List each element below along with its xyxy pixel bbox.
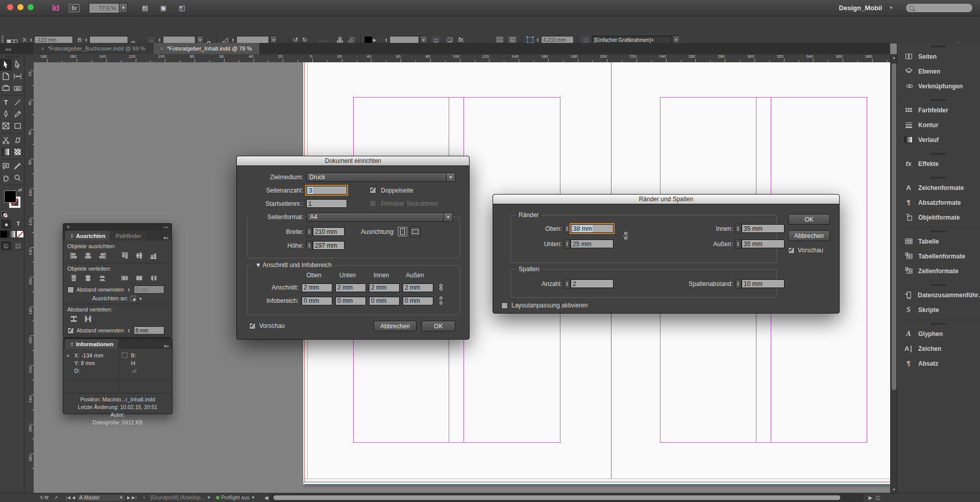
slug-top-field[interactable]: 0 mm [302,297,332,305]
arrange-documents-button[interactable]: ◫▼ [179,6,183,10]
eyedropper-tool[interactable] [12,160,23,172]
rotate-cw-icon[interactable]: ↻ [302,36,307,43]
doc-height-field[interactable]: 297 mm [313,241,345,250]
default-fill-stroke-icon[interactable] [2,211,7,217]
ok-button[interactable]: OK [422,321,455,331]
dock-group-handle[interactable] [931,99,946,101]
preview-checkbox[interactable] [249,323,256,329]
horizontal-scrollbar[interactable] [270,494,863,501]
line-tool[interactable] [12,97,23,108]
previous-page-icon[interactable]: ◀ [72,495,75,500]
dock-item-links[interactable]: Verknüpfungen [897,79,980,93]
preview-checkbox[interactable] [788,247,795,254]
dock-item-pages[interactable]: Seiten [897,49,980,64]
gutter-field[interactable]: 10 mm [742,279,785,288]
align-bottom-button[interactable] [147,251,159,260]
scissors-tool[interactable] [0,134,12,146]
share-icon[interactable]: ↗ [54,495,58,500]
slug-inside-field[interactable]: 0 mm [369,297,400,305]
hand-tool[interactable] [0,172,12,184]
uniform-margins-icon[interactable] [622,230,629,241]
close-panel-icon[interactable]: ✕ [66,225,70,230]
preflight-clock-icon[interactable]: ◔ [142,495,145,500]
content-placer-tool[interactable] [12,82,23,94]
pen-tool[interactable] [0,108,12,120]
tab-pathfinder[interactable]: Pathfinder [111,231,145,241]
formatting-affects-text-button[interactable]: T [14,220,23,228]
margin-bottom-field[interactable]: 25 mm [571,240,614,248]
margin-outside-stepper[interactable]: ▲▼ [735,239,741,249]
apply-gradient-button[interactable] [8,230,16,238]
bleed-top-field[interactable]: 2 mm [302,283,332,292]
bleed-outside-field[interactable]: 2 mm [403,283,433,292]
dock-item-layers[interactable]: Ebenen [897,64,980,79]
dialog-title[interactable]: Ränder und Spalten [493,195,839,204]
document-tab[interactable]: ×*Fotoratgeber_Buchcover.indd @ 69 % [34,43,153,54]
align-top-button[interactable] [118,251,131,260]
start-page-field[interactable]: 1 [306,199,347,208]
margin-bottom-stepper[interactable]: ▲▼ [564,239,570,249]
dock-group-handle[interactable] [931,153,946,155]
distribute-left-button[interactable] [118,273,131,283]
horizontal-ruler[interactable]: 1801601401201008060402002040608010012014… [24,54,890,63]
gradient-feather-tool[interactable] [12,146,23,158]
height-stepper[interactable]: ▲▼ [306,241,312,250]
bleed-bottom-field[interactable]: 2 mm [335,283,366,292]
panel-menu-icon[interactable]: ▾≡ [163,235,172,241]
minimize-window-icon[interactable] [17,4,23,10]
distribute-top-button[interactable] [67,273,80,283]
rectangle-tool[interactable] [12,120,23,132]
align-center-vertical-button[interactable] [133,251,145,260]
distribute-center-horizontal-button[interactable] [133,273,145,283]
dock-group-handle[interactable] [931,230,946,232]
close-tab-icon[interactable]: × [160,45,163,52]
dock-item-character[interactable]: A∣Zeichen [897,341,980,356]
uniform-slug-icon[interactable] [437,295,445,306]
spacing2-field[interactable]: 8 mm [134,326,164,334]
dock-group-handle[interactable] [931,323,946,325]
cancel-button[interactable]: Abbrechen [374,321,416,331]
note-tool[interactable] [0,160,12,172]
sync-settings-icon[interactable]: ↻⚒ [40,495,48,500]
width-stepper[interactable]: ▲▼ [306,227,312,236]
zoom-tool[interactable] [12,172,23,184]
intent-dropdown[interactable]: Druck▼ [306,173,455,182]
vertical-scroll-thumb[interactable] [892,63,896,390]
column-count-stepper[interactable]: ▲▼ [564,279,570,289]
spacing-field[interactable]: 0 mm [134,285,164,294]
doc-width-field[interactable]: 210 mm [313,227,345,236]
cancel-button[interactable]: Abbrechen [788,230,830,241]
spacing2-stepper[interactable]: ▲▼ [127,326,131,334]
margin-top-field[interactable]: 38 mm [571,224,614,233]
scroll-left-icon[interactable]: ◀ [264,495,268,500]
dock-item-scripts[interactable]: SSkripte [897,302,980,317]
selection-tool[interactable] [0,59,12,70]
swap-fill-stroke-icon[interactable]: ⇄ [18,187,22,193]
facing-pages-checkbox[interactable] [370,187,376,194]
gradient-tool[interactable] [0,146,12,158]
dock-item-glyphs[interactable]: AGlyphen [897,326,980,341]
margin-inside-field[interactable]: 35 mm [742,224,785,233]
spacing-stepper[interactable]: ▲▼ [127,285,131,294]
use-spacing2-checkbox[interactable] [67,327,74,334]
landscape-button[interactable] [410,226,421,237]
dock-item-table[interactable]: Tabelle [897,234,980,249]
preview-mode-button[interactable]: ▢ [13,241,23,250]
chevron-down-icon[interactable]: ▼ [889,6,893,10]
dock-item-swatches[interactable]: Farbfelder [897,103,980,117]
collapse-tabs-icon[interactable]: «« [0,46,15,54]
margin-top-stepper[interactable]: ▲▼ [564,224,570,233]
rotate-ccw-icon[interactable]: ↺ [293,36,298,43]
margin-outside-field[interactable]: 35 mm [742,240,785,248]
distribute-center-vertical-button[interactable] [82,273,94,283]
screen-mode-button[interactable]: ▣▼ [160,6,164,10]
view-options-button[interactable]: ▤▼ [142,6,146,10]
search-box[interactable] [905,3,973,13]
normal-view-mode-button[interactable]: ◱ [1,241,11,250]
gutter-stepper[interactable]: ▲▼ [735,279,741,289]
type-tool[interactable]: T [0,97,12,108]
dock-item-cellstyles[interactable]: Zellenformate [897,264,980,278]
scroll-right-icon[interactable]: ▶ [868,495,872,500]
collapse-panel-icon[interactable]: «« [163,225,168,230]
dock-item-datamerge[interactable]: Datenzusammenführ… [897,288,980,302]
